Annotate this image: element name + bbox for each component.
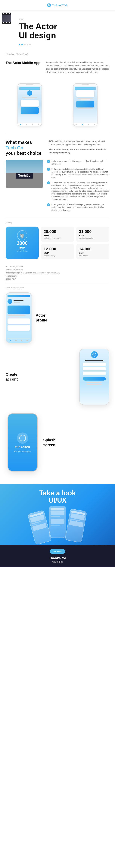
lp-input-1 [83,363,106,366]
phone-screen-2 [74,86,97,123]
splash-tagline: Find your perfect actor [14,451,31,453]
project-overview-section: The Actor Mobile App An application that… [0,57,115,78]
featured-price-currency: EGP [19,246,25,249]
screen-card-1b [21,107,39,114]
logo-icon [47,3,51,7]
what-makes-content: What makes Tech Go your best choice At T… [6,140,109,156]
screen-line-2b [80,99,90,100]
ap-nav-1 [9,340,11,341]
price-subtitle-3: Android - design [44,255,71,256]
uiux-phone-2 [49,506,66,538]
ap-avatar [7,299,12,304]
ap-nav-2 [15,340,17,341]
screen-avatar-1 [27,90,32,96]
ap-card-blue [7,306,30,314]
uiux-ph-line-2c [51,525,60,526]
feature-check-2 [47,168,50,171]
screen-header-2 [75,87,96,90]
pricing-card-featured: 🛡️ 3000 EGP UI / UX design [6,226,39,259]
price-subtitle-1: Android / Programming [44,237,71,239]
splash-screen-row: THE ACTOR Find your perfect actor Splash… [6,410,109,474]
project-title-block: The Actor Mobile App [6,61,40,65]
price-amount-2: 31.000 [79,229,107,234]
uiux-section: Take a look UI/UX [0,484,115,546]
actor-profile-phone [6,292,32,343]
ap-avatar-row [7,298,30,305]
feature-text-3: 3 - Awesome UIs - Of course, the appeara… [52,181,109,201]
dot-2 [22,44,23,45]
uiux-phone-3 [65,508,87,543]
phone-nav-1 [18,123,41,126]
pricing-label: Pricing [6,221,109,224]
price-amount-1: 28.000 [44,229,71,234]
create-account-row: Create accont [6,349,109,405]
interfaces-label: some of the interfaces [6,287,109,289]
uiux-ph-card-1b [32,523,47,531]
feature-check-3 [47,181,50,184]
uiux-ph-line-2b [51,518,57,518]
feature-text-4: 4 - Programming - A team of skilled prog… [52,203,109,212]
featured-price-amount: 3000 [17,240,28,246]
techgo-image: TechGo [6,160,43,188]
techgo-sky [6,160,43,173]
uiux-phone-2-inner [50,506,65,537]
lp-line-2 [87,384,102,385]
screen-line-2a [78,98,93,99]
hero-section: 2020 The Actor UI design [0,11,115,51]
what-makes-intro: At Tech Go we all work as an integrated … [49,140,109,146]
what-makes-title: What makes Tech Go your best choice [6,140,43,156]
create-account-text: Create accont [6,372,76,382]
lp-button [83,377,106,380]
ap-nav-3 [21,340,22,341]
actor-profile-title: Actor profile [36,313,109,322]
lp-input-2 [83,367,106,370]
ap-sub-line [13,302,20,303]
thanks-line-2: watching [4,560,111,563]
splash-text: Splash screen [43,438,109,447]
screen-card-2b [76,101,94,107]
phone-screen-1 [18,86,41,123]
phone-nav-2 [74,123,97,126]
project-description: An application that brings artistic pers… [46,61,109,74]
film-strip-decoration [2,12,11,24]
pricing-card-2: 31.000 EGP IOS / Programming [76,226,109,242]
uiux-phone-1 [27,510,52,545]
what-makes-left: What makes Tech Go your best choice [6,140,43,156]
uiux-phone-1-inner [28,510,52,545]
price-currency-2: EGP [79,234,107,237]
splash-phone: THE ACTOR Find your perfect actor [7,413,37,471]
price-subtitle-2: IOS / Programming [79,237,107,239]
phone-notch-2 [82,84,89,85]
behance-button[interactable]: Behance [50,549,65,554]
price-currency-4: EGP [79,251,107,254]
feature-text-1: 1 - We always care about the app speed (… [52,160,109,165]
uiux-title: Take a look UI/UX [4,489,111,504]
lp-logo-inner [92,353,96,356]
dot-4 [27,44,28,45]
ap-nav-4 [27,340,28,341]
screen-header-1 [19,87,40,90]
project-overview-label: project overview [0,51,115,57]
pricing-footer-line-5: 88,000 EGP [6,278,109,281]
phone-notch-1 [26,84,33,85]
what-makes-right: At Tech Go we all work as an integrated … [49,140,109,156]
create-account-title: Create accont [6,372,76,382]
uiux-phone-3-inner [65,509,87,542]
logo[interactable]: THE ACTOR [47,3,68,7]
feature-item-4: 4 - Programming - A team of skilled prog… [47,203,109,212]
pricing-footer-line-3: (Including design, management, and check… [6,271,109,274]
project-app-title: The Actor Mobile App [6,61,40,65]
uiux-phones-wrap [4,508,111,540]
pricing-section: Pricing 28.000 EGP Android / Programming… [0,218,115,263]
ap-name-block [13,300,30,303]
techgo-sign-label: TechGo [16,173,33,179]
pricing-footer-line-2: iPhone : 45,000 EGP [6,268,109,271]
hero-dots [19,44,109,45]
pricing-card-3: 12.000 EGP Android - design [41,244,74,259]
lp-line-1 [87,382,102,382]
uiux-ph-line-2a [51,516,60,517]
we-care-text: We care that the app has some features s… [49,148,109,154]
screen-card-2a [76,90,94,97]
feature-item-2: 2 - We give great attention to the secur… [47,168,109,179]
feature-item-1: 1 - We always care about the app speed (… [47,160,109,165]
